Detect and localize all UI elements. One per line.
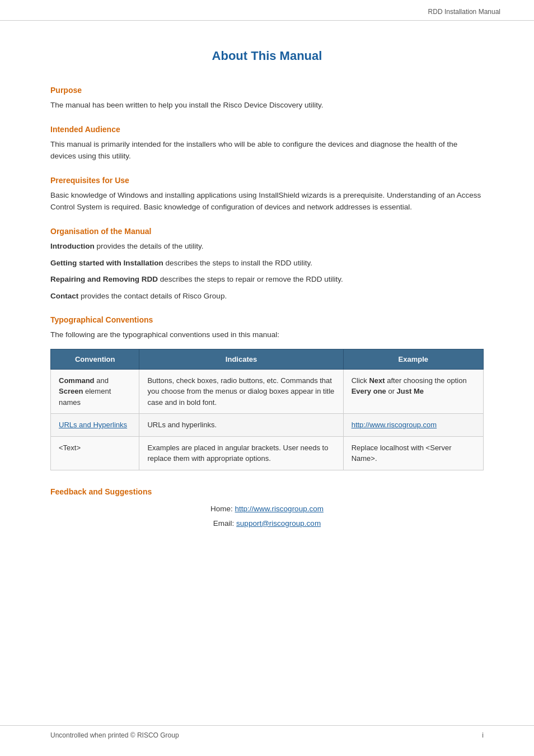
email-label: Email: (213, 519, 236, 528)
org-item-introduction: Introduction provides the details of the… (50, 240, 484, 253)
home-label: Home: (210, 505, 235, 513)
main-content: About This Manual Purpose The manual has… (0, 21, 534, 564)
org-term-getting-started: Getting started with Installation (50, 259, 163, 267)
feedback-email-line: Email: support@riscogroup.com (50, 516, 484, 531)
convention-and: and (96, 376, 109, 385)
convention-bold-command: Command (59, 376, 95, 385)
page-title: About This Manual (50, 49, 484, 63)
example-or: or (388, 387, 396, 395)
table-cell-convention-1: Command and Screen element names (51, 369, 139, 414)
table-row: <Text> Examples are placed in angular br… (51, 436, 484, 470)
org-item-repairing: Repairing and Removing RDD describes the… (50, 273, 484, 286)
urls-hyperlinks-link[interactable]: URLs and Hyperlinks (59, 421, 127, 429)
table-row: Command and Screen element names Buttons… (51, 369, 484, 414)
org-desc-contact: provides the contact details of Risco Gr… (78, 292, 227, 300)
section-heading-typographical: Typographical Conventions (50, 315, 484, 324)
header-title: RDD Installation Manual (428, 8, 500, 16)
org-desc-introduction: provides the details of the utility. (95, 242, 204, 250)
example-bold-justme: Just Me (397, 387, 424, 395)
col-header-example: Example (343, 349, 483, 369)
org-term-introduction: Introduction (50, 242, 95, 250)
col-header-indicates: Indicates (139, 349, 343, 369)
example-after: after choosing the option (387, 376, 466, 385)
header-bar: RDD Installation Manual (0, 0, 534, 21)
home-link[interactable]: http://www.riscogroup.com (235, 505, 324, 513)
section-heading-prerequisites: Prerequisites for Use (50, 176, 484, 185)
example-risco-link[interactable]: http://www.riscogroup.com (352, 421, 437, 429)
feedback-section: Feedback and Suggestions Home: http://ww… (50, 487, 484, 530)
page: RDD Installation Manual About This Manua… (0, 0, 534, 756)
org-item-contact: Contact provides the contact details of … (50, 290, 484, 302)
section-heading-intended-audience: Intended Audience (50, 125, 484, 134)
table-cell-example-3: Replace localhost with <Server Name>. (343, 436, 483, 470)
section-text-typographical-intro: The following are the typographical conv… (50, 329, 484, 341)
conventions-table: Convention Indicates Example Command and… (50, 349, 484, 470)
table-cell-indicates-2: URLs and hyperlinks. (139, 414, 343, 437)
footer-page-number: i (482, 731, 484, 739)
feedback-home-line: Home: http://www.riscogroup.com (50, 502, 484, 516)
table-cell-convention-2: URLs and Hyperlinks (51, 414, 139, 437)
table-cell-example-2: http://www.riscogroup.com (343, 414, 483, 437)
table-header-row: Convention Indicates Example (51, 349, 484, 369)
section-text-purpose: The manual has been written to help you … (50, 99, 484, 111)
table-cell-indicates-1: Buttons, check boxes, radio buttons, etc… (139, 369, 343, 414)
feedback-links: Home: http://www.riscogroup.com Email: s… (50, 502, 484, 530)
org-item-getting-started: Getting started with Installation descri… (50, 257, 484, 269)
section-heading-feedback: Feedback and Suggestions (50, 487, 484, 496)
convention-bold-screen: Screen (59, 387, 83, 395)
table-cell-example-1: Click Next after choosing the option Eve… (343, 369, 483, 414)
section-text-intended-audience: This manual is primarily intended for th… (50, 138, 484, 162)
example-bold-next: Next (369, 376, 385, 385)
table-row: URLs and Hyperlinks URLs and hyperlinks.… (51, 414, 484, 437)
example-bold-everyone: Every one (352, 387, 386, 395)
org-desc-repairing: describes the steps to repair or remove … (158, 275, 343, 283)
footer: Uncontrolled when printed © RISCO Group … (0, 725, 534, 745)
section-text-prerequisites: Basic knowledge of Windows and installin… (50, 189, 484, 213)
example-click: Click (352, 376, 369, 385)
org-term-repairing: Repairing and Removing RDD (50, 275, 158, 283)
section-heading-organisation: Organisation of the Manual (50, 227, 484, 236)
org-term-contact: Contact (50, 292, 78, 300)
section-heading-purpose: Purpose (50, 86, 484, 95)
org-desc-getting-started: describes the steps to install the RDD u… (163, 259, 312, 267)
col-header-convention: Convention (51, 349, 139, 369)
table-cell-indicates-3: Examples are placed in angular brackets.… (139, 436, 343, 470)
email-link[interactable]: support@riscogroup.com (236, 519, 321, 528)
footer-left: Uncontrolled when printed © RISCO Group (50, 731, 179, 739)
table-cell-convention-3: <Text> (51, 436, 139, 470)
